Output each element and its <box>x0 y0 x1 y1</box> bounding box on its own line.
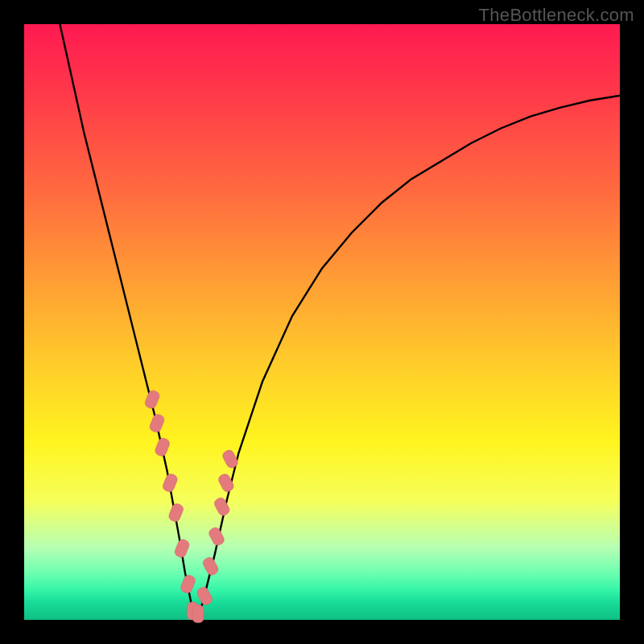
highlight-marker <box>148 413 165 434</box>
plot-area <box>24 24 620 620</box>
highlight-marker <box>154 437 171 458</box>
watermark-text: TheBottleneck.com <box>479 5 634 26</box>
chart-frame: TheBottleneck.com <box>0 0 644 644</box>
highlight-marker <box>201 555 220 576</box>
bottleneck-curve-svg <box>24 24 620 620</box>
highlight-marker <box>173 538 190 559</box>
highlight-marker <box>192 605 204 623</box>
highlight-marker <box>180 574 196 595</box>
highlight-marker <box>208 526 226 547</box>
highlight-marker <box>196 585 214 606</box>
highlight-marker <box>167 502 184 523</box>
highlight-marker <box>213 496 231 517</box>
highlight-marker <box>143 389 160 410</box>
highlight-marker <box>221 448 240 469</box>
highlight-markers <box>143 389 239 622</box>
bottleneck-curve <box>60 24 620 620</box>
highlight-marker <box>162 473 179 493</box>
